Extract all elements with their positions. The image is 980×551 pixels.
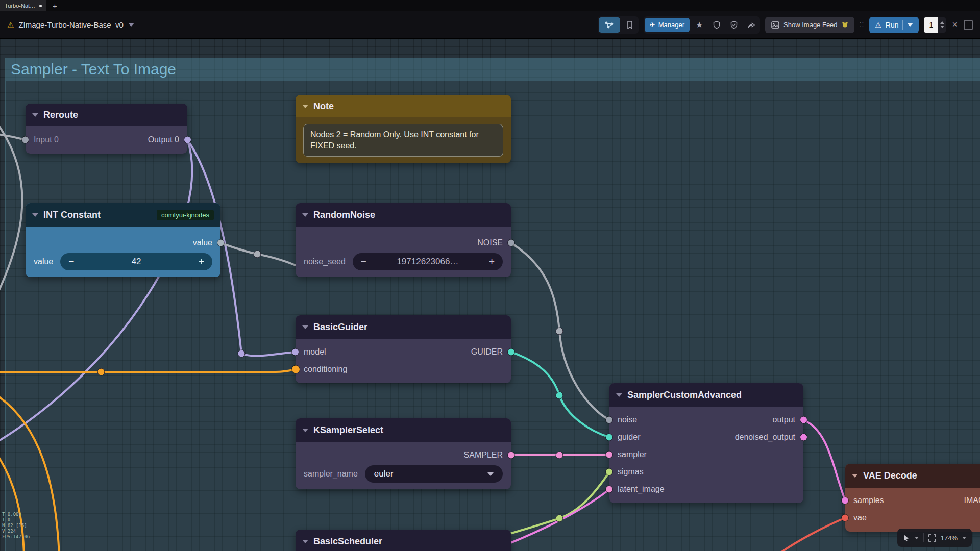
node-header[interactable]: Note xyxy=(296,95,511,117)
wire-reroute-dot[interactable] xyxy=(556,515,563,522)
node-note[interactable]: Note Nodes 2 = Random Only. Use INT cons… xyxy=(296,95,511,163)
node-header[interactable]: SamplerCustomAdvanced xyxy=(609,383,803,407)
input-slot-dot[interactable] xyxy=(606,434,612,441)
wire[interactable] xyxy=(0,119,22,301)
node-reroute[interactable]: Reroute Input 0 Output 0 xyxy=(26,104,187,154)
shield-check-button[interactable] xyxy=(726,17,742,33)
input-slot-dot[interactable] xyxy=(842,497,848,504)
stat-line: V 224 xyxy=(2,529,30,534)
node-vae-decode[interactable]: VAE Decode samples IMAGE vae xyxy=(845,464,980,532)
output-slot-dot[interactable] xyxy=(508,349,514,356)
shield-key-button[interactable] xyxy=(709,17,724,33)
input-slot-dot[interactable] xyxy=(606,452,612,458)
spin-down-icon[interactable] xyxy=(940,26,944,28)
input-slot-dot[interactable] xyxy=(842,515,848,521)
collapse-chevron-icon[interactable] xyxy=(852,474,858,478)
input-slot-dot[interactable] xyxy=(292,349,299,356)
increment-button[interactable]: + xyxy=(199,256,204,267)
noise-seed-value[interactable]: 19712623066… xyxy=(397,257,458,267)
decrement-button[interactable]: − xyxy=(68,256,74,267)
new-tab-button[interactable]: + xyxy=(53,2,57,10)
star-button[interactable]: ★ xyxy=(692,17,707,33)
collapse-chevron-icon[interactable] xyxy=(302,429,308,432)
input-slot-dot[interactable] xyxy=(22,137,29,143)
output-slot-dot[interactable] xyxy=(508,452,514,459)
output-slot-dot[interactable] xyxy=(800,434,807,441)
output-slot-dot[interactable] xyxy=(184,137,191,143)
wire-reroute-dot[interactable] xyxy=(254,251,261,258)
wire[interactable] xyxy=(0,140,192,444)
input-slot-dot[interactable] xyxy=(606,486,612,493)
wire[interactable] xyxy=(0,369,296,372)
node-header[interactable]: BasicGuider xyxy=(296,315,511,339)
fit-view-icon[interactable] xyxy=(928,534,936,542)
close-queue-button[interactable]: × xyxy=(951,19,959,30)
share-button[interactable] xyxy=(744,17,759,33)
node-sampler-custom-advanced[interactable]: SamplerCustomAdvanced noise output guide… xyxy=(609,383,803,503)
workflow-selector[interactable]: ⚠ ZImage-Turbo-Native-Base_v0 xyxy=(7,20,134,30)
collapse-chevron-icon[interactable] xyxy=(302,105,308,108)
toolbar-drag-handle[interactable]: ⁚⁚ xyxy=(860,21,865,29)
batch-count-value[interactable]: 1 xyxy=(924,17,938,33)
node-header[interactable]: BasicScheduler xyxy=(296,530,511,551)
batch-count-stepper[interactable]: 1 xyxy=(924,17,946,33)
run-button[interactable]: ⚠ Run xyxy=(869,17,919,33)
sampler-name-dropdown[interactable]: euler xyxy=(365,465,503,483)
node-ksampler-select[interactable]: KSamplerSelect SAMPLER sampler_name eule… xyxy=(296,418,511,489)
increment-button[interactable]: + xyxy=(489,256,495,267)
input-slot-label: Input 0 xyxy=(34,135,59,144)
node-title: RandomNoise xyxy=(313,210,375,220)
node-header[interactable]: VAE Decode xyxy=(845,464,980,488)
output-slot-dot[interactable] xyxy=(217,240,224,246)
node-header[interactable]: RandomNoise xyxy=(296,203,511,227)
node-basic-guider[interactable]: BasicGuider model GUIDER conditioning xyxy=(296,315,511,383)
output-slot-dot[interactable] xyxy=(800,417,807,423)
collapse-chevron-icon[interactable] xyxy=(616,393,622,397)
output-slot-dot[interactable] xyxy=(508,240,514,246)
node-pack-badge: comfyui-kjnodes xyxy=(157,210,214,220)
manager-button[interactable]: ✈ Manager xyxy=(645,18,690,32)
wire[interactable] xyxy=(803,420,845,500)
spin-up-icon[interactable] xyxy=(940,21,944,24)
wire-reroute-dot[interactable] xyxy=(238,350,245,357)
input-slot-dot[interactable] xyxy=(606,417,612,423)
input-slot-dot[interactable] xyxy=(292,366,300,373)
wire-reroute-dot[interactable] xyxy=(97,368,105,375)
node-header[interactable]: KSamplerSelect xyxy=(296,418,511,442)
node-canvas[interactable]: Sampler - Text To Image xyxy=(0,39,980,551)
bookmark-icon xyxy=(626,21,633,29)
output-slot-label: GUIDER xyxy=(471,347,503,357)
value-stepper[interactable]: − 42 + xyxy=(60,253,212,270)
show-image-feed-button[interactable]: Show Image Feed xyxy=(765,17,854,33)
workflow-tab[interactable]: Turbo-Native... xyxy=(0,0,46,11)
panel-toggle-icon[interactable] xyxy=(964,20,973,30)
pointer-tool-icon[interactable] xyxy=(903,534,910,542)
wire-reroute-dot[interactable] xyxy=(556,452,563,459)
node-header[interactable]: Reroute xyxy=(26,104,187,126)
wire-reroute-dot[interactable] xyxy=(556,328,563,335)
wire[interactable] xyxy=(776,518,845,551)
collapse-chevron-icon[interactable] xyxy=(32,113,38,117)
zoom-level[interactable]: 174% xyxy=(941,534,958,542)
zoom-chevron-icon[interactable] xyxy=(962,537,966,539)
bookmark-button[interactable] xyxy=(622,17,638,33)
input-slot-dot[interactable] xyxy=(606,469,612,475)
node-int-constant[interactable]: INT Constant comfyui-kjnodes value value… xyxy=(26,203,220,277)
node-random-noise[interactable]: RandomNoise NOISE noise_seed − 197126230… xyxy=(296,203,511,277)
collapse-chevron-icon[interactable] xyxy=(302,325,308,329)
decrement-button[interactable]: − xyxy=(361,256,366,267)
value-field[interactable]: 42 xyxy=(132,257,141,267)
run-options-chevron-icon xyxy=(907,23,913,27)
pointer-tool-chevron-icon[interactable] xyxy=(915,537,919,539)
node-header[interactable]: INT Constant comfyui-kjnodes xyxy=(26,203,220,227)
collapse-chevron-icon[interactable] xyxy=(302,540,308,543)
comfyui-logo-button[interactable] xyxy=(599,17,620,33)
noise-seed-stepper[interactable]: − 19712623066… + xyxy=(353,253,503,270)
note-text[interactable]: Nodes 2 = Random Only. Use INT constant … xyxy=(303,124,503,157)
collapse-chevron-icon[interactable] xyxy=(302,213,308,217)
collapse-chevron-icon[interactable] xyxy=(32,213,38,217)
wire-reroute-dot[interactable] xyxy=(556,392,563,399)
batch-count-spinner[interactable] xyxy=(938,17,946,33)
input-slot-label: sigmas xyxy=(618,467,644,477)
node-basic-scheduler[interactable]: BasicScheduler xyxy=(296,530,511,551)
